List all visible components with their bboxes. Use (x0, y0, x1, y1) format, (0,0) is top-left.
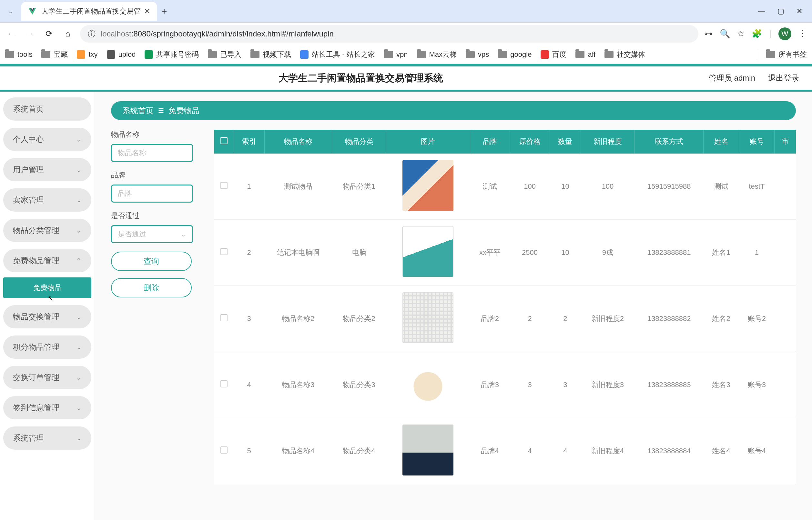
site-info-icon[interactable]: ⓘ (88, 29, 96, 39)
bookmark-social[interactable]: 社交媒体 (605, 50, 645, 59)
home-button[interactable]: ⌂ (61, 27, 74, 40)
bookmark-label: 视频下载 (263, 50, 291, 59)
menu-label: 物品分类管理 (13, 225, 59, 235)
header-person: 姓名 (704, 130, 739, 154)
header-contact: 联系方式 (635, 130, 704, 154)
bookmark-uplod[interactable]: uplod (107, 50, 136, 59)
cell-account: testT (739, 154, 775, 220)
menu-label: 用户管理 (13, 164, 44, 175)
browser-menu-icon[interactable]: ⋮ (798, 29, 807, 39)
bookmark-tools[interactable]: tools (5, 50, 32, 59)
row-checkbox[interactable] (221, 182, 228, 189)
zoom-icon[interactable]: 🔍 (720, 29, 730, 39)
bookmark-imported[interactable]: 已导入 (208, 50, 242, 59)
tab-search-caret[interactable]: ⌄ (3, 4, 18, 19)
filter-input-name[interactable] (118, 149, 186, 157)
new-tab-button[interactable]: + (161, 6, 167, 17)
sidebar-item-profile[interactable]: 个人中心⌄ (3, 128, 91, 151)
sidebar-item-exchange[interactable]: 物品交换管理⌄ (3, 305, 91, 329)
sidebar-item-home[interactable]: 系统首页 (3, 98, 91, 121)
header-user[interactable]: 管理员 admin (709, 73, 755, 83)
sidebar-item-sellers[interactable]: 卖家管理⌄ (3, 188, 91, 212)
breadcrumb-home[interactable]: 系统首页 (123, 105, 154, 116)
filter-input-brand[interactable] (118, 189, 186, 198)
bookmark-aff[interactable]: aff (576, 50, 595, 59)
forward-button[interactable]: → (24, 27, 37, 40)
cell-qty: 10 (550, 154, 581, 220)
filter-select-pass[interactable]: 是否通过⌄ (111, 225, 193, 243)
back-button[interactable]: ← (5, 27, 18, 40)
cell-account: 账号2 (739, 286, 775, 352)
delete-button[interactable]: 删除 (111, 278, 192, 297)
address-bar[interactable]: ⓘ localhost:8080/springbootayqkl/admin/d… (80, 25, 699, 43)
cell-condition: 新旧程度2 (581, 286, 635, 352)
filter-label-pass: 是否通过 (111, 211, 205, 220)
folder-icon (384, 51, 393, 58)
cell-image (386, 286, 470, 352)
bookmark-max[interactable]: Max云梯 (417, 50, 457, 59)
sidebar-item-orders[interactable]: 交换订单管理⌄ (3, 366, 91, 389)
all-bookmarks[interactable]: 所有书签 (766, 50, 807, 59)
cell-index: 5 (234, 418, 264, 484)
sidebar-item-users[interactable]: 用户管理⌄ (3, 158, 91, 181)
data-table: 索引 物品名称 物品分类 图片 品牌 原价格 数量 新旧程度 联系方式 姓名 账… (214, 130, 796, 484)
row-checkbox[interactable] (221, 446, 228, 453)
cell-condition: 100 (581, 154, 635, 220)
bookmark-vpn[interactable]: vpn (384, 50, 408, 59)
row-checkbox[interactable] (221, 314, 228, 321)
row-checkbox[interactable] (221, 248, 228, 255)
header-price: 原价格 (510, 130, 550, 154)
sidebar-subitem-free-items[interactable]: 免费物品↖ (3, 278, 91, 298)
cell-name: 物品名称4 (264, 418, 332, 484)
cell-review (775, 286, 796, 352)
tab-title: 大学生二手闲置物品置换交易管 (41, 6, 141, 16)
vue-favicon (28, 7, 37, 16)
bookmark-shared-pwd[interactable]: 共享账号密码 (145, 50, 199, 59)
sidebar-item-points[interactable]: 积分物品管理⌄ (3, 336, 91, 359)
header-qty: 数量 (550, 130, 581, 154)
item-image (402, 160, 453, 211)
browser-tab-bar: ⌄ 大学生二手闲置物品置换交易管 ✕ + — ▢ ✕ (0, 0, 812, 23)
bookmark-label: 共享账号密码 (156, 50, 199, 59)
reload-button[interactable]: ⟳ (43, 27, 55, 40)
cell-brand: 品牌4 (470, 418, 510, 484)
sidebar-item-system[interactable]: 系统管理⌄ (3, 426, 91, 450)
bookmark-vps[interactable]: vps (466, 50, 489, 59)
menu-label: 免费物品管理 (13, 256, 59, 266)
menu-label: 交换订单管理 (13, 372, 59, 383)
cell-account: 1 (739, 220, 775, 286)
cell-qty: 10 (550, 220, 581, 286)
header-review: 审 (775, 130, 796, 154)
cell-brand: 品牌3 (470, 352, 510, 418)
logout-button[interactable]: 退出登录 (768, 73, 799, 83)
chevron-down-icon: ⌄ (181, 230, 186, 238)
sidebar-item-free-items[interactable]: 免费物品管理⌃ (3, 249, 91, 272)
close-window-icon[interactable]: ✕ (796, 7, 802, 16)
row-checkbox[interactable] (221, 380, 228, 387)
menu-label: 物品交换管理 (13, 312, 59, 322)
bookmark-google[interactable]: google (498, 50, 532, 59)
browser-tab[interactable]: 大学生二手闲置物品置换交易管 ✕ (21, 2, 157, 21)
bookmark-star-icon[interactable]: ☆ (737, 29, 744, 39)
bookmark-zhanzhang[interactable]: 站长工具 - 站长之家 (300, 50, 375, 59)
item-image (402, 292, 453, 343)
filter-label-name: 物品名称 (111, 130, 205, 139)
bookmark-label: vps (478, 50, 489, 59)
bookmark-label: 所有书签 (779, 50, 807, 59)
sidebar-item-categories[interactable]: 物品分类管理⌄ (3, 219, 91, 242)
chevron-down-icon: ⌄ (76, 166, 82, 174)
bookmark-baozang[interactable]: 宝藏 (41, 50, 68, 59)
sidebar-item-checkin[interactable]: 签到信息管理⌄ (3, 396, 91, 419)
search-button[interactable]: 查询 (111, 252, 192, 271)
bookmark-baidu[interactable]: 百度 (540, 50, 566, 59)
bookmark-txy[interactable]: txy (77, 50, 98, 59)
header-brand: 品牌 (470, 130, 510, 154)
bookmark-video[interactable]: 视频下载 (250, 50, 291, 59)
password-key-icon[interactable]: ⊶ (704, 29, 713, 39)
tab-close-icon[interactable]: ✕ (144, 7, 150, 16)
extensions-icon[interactable]: 🧩 (752, 29, 762, 39)
minimize-icon[interactable]: — (758, 7, 765, 16)
maximize-icon[interactable]: ▢ (778, 7, 784, 16)
profile-avatar[interactable]: W (779, 27, 791, 40)
select-all-checkbox[interactable] (221, 137, 228, 144)
